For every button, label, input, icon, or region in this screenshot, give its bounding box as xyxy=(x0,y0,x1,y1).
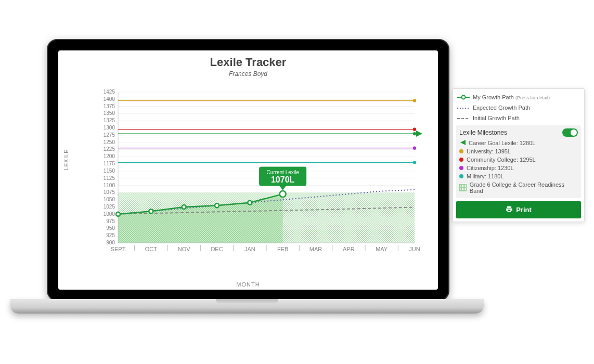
svg-marker-87 xyxy=(280,186,286,190)
laptop-base xyxy=(10,299,484,314)
milestone-career: Career Goal Lexile: 1280L xyxy=(459,139,578,147)
svg-text:1150: 1150 xyxy=(104,168,115,174)
svg-text:1000: 1000 xyxy=(104,211,115,217)
legend-initial: Initial Growth Path xyxy=(456,113,581,123)
milestones-box: Lexile Milestones Career Goal Lexile: 12… xyxy=(456,125,581,198)
svg-point-82 xyxy=(182,205,186,209)
svg-text:MAY: MAY xyxy=(376,246,388,252)
svg-text:1425: 1425 xyxy=(104,89,115,95)
print-icon xyxy=(506,205,513,214)
svg-text:1200: 1200 xyxy=(104,153,115,159)
svg-point-85 xyxy=(280,191,286,197)
svg-text:OCT: OCT xyxy=(145,246,158,252)
student-name: Frances Boyd xyxy=(68,70,429,77)
svg-text:950: 950 xyxy=(106,225,115,231)
line-marker-icon xyxy=(457,95,470,100)
svg-text:DEC: DEC xyxy=(211,246,223,252)
svg-text:1125: 1125 xyxy=(104,175,115,181)
lexile-chart: 9009259509751000102510501075110011251150… xyxy=(89,89,422,261)
svg-point-80 xyxy=(116,212,120,216)
svg-text:1070L: 1070L xyxy=(271,175,295,184)
legend-my-growth[interactable]: My Growth Path (Press for detail) xyxy=(456,92,581,102)
svg-text:SEPT: SEPT xyxy=(111,246,126,252)
svg-marker-94 xyxy=(460,140,466,145)
dotted-line-icon xyxy=(457,105,470,111)
svg-text:JAN: JAN xyxy=(244,246,255,252)
svg-text:900: 900 xyxy=(106,240,115,245)
milestone-community: Community College: 1295L xyxy=(459,155,578,164)
y-axis-label: LEXILE xyxy=(63,149,69,170)
page-title: Lexile Tracker xyxy=(68,56,429,69)
svg-text:1250: 1250 xyxy=(104,139,115,145)
svg-text:1350: 1350 xyxy=(104,110,115,116)
svg-text:1375: 1375 xyxy=(104,103,115,109)
dot-icon xyxy=(459,149,463,153)
svg-text:1050: 1050 xyxy=(104,197,115,202)
dot-icon xyxy=(459,166,463,170)
svg-point-91 xyxy=(462,96,466,99)
dot-icon xyxy=(459,174,463,178)
print-button[interactable]: Print xyxy=(456,201,581,218)
svg-text:Current Lexile: Current Lexile xyxy=(267,170,300,175)
milestone-citizenship: Citizenship: 1230L xyxy=(459,164,578,172)
svg-marker-71 xyxy=(416,131,422,137)
svg-text:MAR: MAR xyxy=(309,246,322,252)
svg-text:1025: 1025 xyxy=(104,204,115,210)
dot-icon xyxy=(459,158,463,162)
svg-point-84 xyxy=(248,201,252,205)
svg-point-75 xyxy=(413,128,416,131)
x-axis-label: MONTH xyxy=(58,281,438,288)
svg-text:1275: 1275 xyxy=(104,132,115,138)
svg-point-79 xyxy=(413,161,416,164)
legend-initial-label: Initial Growth Path xyxy=(473,115,580,121)
svg-text:FEB: FEB xyxy=(277,246,288,252)
svg-text:925: 925 xyxy=(106,232,115,238)
svg-text:1325: 1325 xyxy=(104,118,115,123)
print-button-label: Print xyxy=(516,206,532,214)
milestone-military: Military: 1180L xyxy=(459,172,578,180)
legend-expected: Expected Growth Path xyxy=(456,102,581,113)
milestone-band: Grade 6 College & Career Readiness Band xyxy=(459,180,578,195)
svg-point-81 xyxy=(149,209,153,213)
arrow-left-icon xyxy=(459,140,466,146)
milestone-university: University: 1395L xyxy=(459,147,578,155)
svg-text:1225: 1225 xyxy=(104,146,115,152)
band-pattern-icon xyxy=(459,184,467,191)
svg-text:1100: 1100 xyxy=(104,183,115,188)
svg-text:1300: 1300 xyxy=(104,125,115,131)
laptop-bezel: Lexile Tracker Frances Boyd LEXILE 90092… xyxy=(47,39,449,301)
dashed-line-icon xyxy=(457,115,470,121)
svg-text:1175: 1175 xyxy=(104,161,115,166)
milestones-toggle[interactable] xyxy=(562,128,578,137)
svg-text:NOV: NOV xyxy=(178,246,191,252)
legend-expected-label: Expected Growth Path xyxy=(473,105,580,111)
svg-text:APR: APR xyxy=(343,246,355,252)
svg-text:975: 975 xyxy=(106,218,115,224)
svg-text:1400: 1400 xyxy=(104,96,115,102)
milestones-title: Lexile Milestones xyxy=(459,129,507,136)
svg-text:1075: 1075 xyxy=(104,189,115,195)
svg-point-70 xyxy=(413,132,416,135)
legend-panel: My Growth Path (Press for detail) Expect… xyxy=(453,88,585,222)
svg-text:JUN: JUN xyxy=(409,246,420,252)
svg-point-83 xyxy=(215,203,219,207)
screen: Lexile Tracker Frances Boyd LEXILE 90092… xyxy=(58,50,438,290)
legend-my-growth-label: My Growth Path (Press for detail) xyxy=(473,94,580,100)
svg-point-73 xyxy=(413,99,416,102)
svg-point-77 xyxy=(413,147,416,150)
